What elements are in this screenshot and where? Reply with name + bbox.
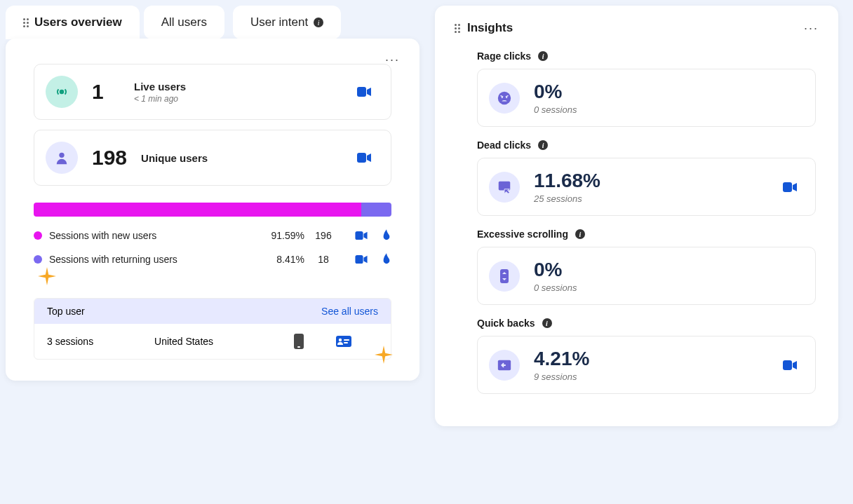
metric-rage-clicks: Rage clicks i 0% 0 sessions <box>477 50 816 127</box>
tabs: Users overview All users User intent i <box>6 6 419 39</box>
metric-sub: 0 sessions <box>534 104 797 115</box>
metric-quick-backs: Quick backs i 4.21% 9 sessions <box>477 318 816 394</box>
metric-excessive-scrolling: Excessive scrolling i 0% 0 sessions <box>477 229 816 305</box>
more-options-icon[interactable]: ··· <box>804 21 819 36</box>
legend-pct: 8.41% <box>262 254 304 265</box>
users-overview-card: ··· 1 Live users < 1 min ago <box>6 39 419 381</box>
svg-point-2 <box>59 153 64 158</box>
metric-title: Dead clicks <box>477 139 531 151</box>
camera-icon[interactable] <box>357 153 371 163</box>
legend-label: Sessions with new users <box>49 230 255 241</box>
sparkle-icon <box>38 267 56 285</box>
info-icon[interactable]: i <box>575 229 585 239</box>
svg-rect-5 <box>355 255 363 264</box>
legend-label: Sessions with returning users <box>49 254 255 265</box>
metric-title: Excessive scrolling <box>477 229 568 240</box>
svg-rect-11 <box>344 342 348 343</box>
svg-rect-8 <box>336 336 351 347</box>
svg-rect-1 <box>357 87 366 97</box>
metric-value: 0% <box>534 259 797 281</box>
svg-rect-4 <box>355 231 363 240</box>
legend-count: 196 <box>311 230 335 241</box>
svg-point-9 <box>339 339 342 341</box>
live-users-stat: 1 Live users < 1 min ago <box>34 64 391 120</box>
info-icon[interactable]: i <box>542 318 552 328</box>
more-options-icon[interactable]: ··· <box>385 53 400 67</box>
unique-value: 198 <box>92 146 127 170</box>
live-value: 1 <box>92 80 120 104</box>
insights-title: Insights <box>467 21 513 35</box>
live-label: Live users <box>134 81 343 93</box>
metric-title: Quick backs <box>477 318 535 329</box>
tab-label: User intent <box>250 15 308 29</box>
svg-rect-19 <box>783 360 792 370</box>
metric-sub: 0 sessions <box>534 282 797 293</box>
svg-rect-16 <box>783 182 792 192</box>
camera-icon[interactable] <box>783 360 797 370</box>
mobile-device-icon <box>294 334 336 349</box>
legend-count: 18 <box>311 254 335 265</box>
svg-rect-3 <box>357 153 366 163</box>
metric-value: 0% <box>534 81 797 103</box>
drag-handle-icon <box>23 18 29 27</box>
see-all-users-link[interactable]: See all users <box>321 306 378 317</box>
metric-dead-clicks: Dead clicks i 11.68% 25 sessions <box>477 139 816 216</box>
drag-handle-icon <box>455 24 460 33</box>
camera-icon[interactable] <box>355 255 368 264</box>
tab-label: All users <box>161 15 207 29</box>
tab-users-overview[interactable]: Users overview <box>6 6 140 39</box>
fire-icon[interactable] <box>382 229 391 242</box>
top-user-panel: Top user See all users 3 sessions United… <box>34 298 391 360</box>
top-user-row: 3 sessions United States <box>34 324 391 359</box>
legend-dot-icon <box>34 231 42 240</box>
svg-point-0 <box>60 90 63 93</box>
svg-rect-7 <box>297 346 300 348</box>
svg-rect-10 <box>344 339 349 341</box>
metric-value: 11.68% <box>534 170 769 192</box>
dead-click-cursor-icon <box>489 172 520 203</box>
user-icon <box>46 142 78 174</box>
legend-pct: 91.59% <box>262 230 304 241</box>
id-card-icon[interactable] <box>336 336 378 347</box>
top-user-country: United States <box>154 336 294 347</box>
metric-value: 4.21% <box>534 348 769 370</box>
metric-title: Rage clicks <box>477 50 531 62</box>
progress-segment-returning <box>361 203 391 217</box>
top-user-title: Top user <box>47 306 85 317</box>
camera-icon[interactable] <box>357 87 371 97</box>
svg-point-13 <box>502 96 503 97</box>
info-icon[interactable]: i <box>538 140 548 150</box>
unique-label: Unique users <box>141 152 343 164</box>
sparkle-icon <box>375 346 393 364</box>
svg-point-12 <box>498 91 511 104</box>
legend-new-users: Sessions with new users 91.59% 196 <box>34 229 391 242</box>
unique-users-stat: 198 Unique users <box>34 130 391 186</box>
svg-rect-17 <box>500 269 509 283</box>
progress-segment-new <box>34 203 361 217</box>
metric-sub: 9 sessions <box>534 372 769 382</box>
top-user-sessions: 3 sessions <box>47 336 154 347</box>
info-icon[interactable]: i <box>314 18 323 27</box>
svg-point-14 <box>506 96 507 97</box>
camera-icon[interactable] <box>355 231 368 240</box>
legend-returning-users: Sessions with returning users 8.41% 18 <box>34 253 391 266</box>
legend-dot-icon <box>34 255 42 264</box>
fire-icon[interactable] <box>382 253 391 266</box>
live-sub: < 1 min ago <box>134 94 343 104</box>
camera-icon[interactable] <box>783 182 797 192</box>
tab-all-users[interactable]: All users <box>144 6 224 39</box>
insights-card: ··· Insights Rage clicks i 0% 0 sess <box>435 6 838 426</box>
back-arrow-icon <box>489 350 520 381</box>
insights-header: Insights <box>452 20 816 43</box>
sessions-progress-bar <box>34 203 391 217</box>
info-icon[interactable]: i <box>538 51 548 61</box>
top-user-header: Top user See all users <box>34 299 391 324</box>
tab-user-intent[interactable]: User intent i <box>233 6 341 39</box>
rage-face-icon <box>489 83 520 114</box>
tab-label: Users overview <box>34 15 122 29</box>
metric-sub: 25 sessions <box>534 193 769 204</box>
scroll-icon <box>489 261 520 292</box>
live-icon <box>46 76 78 108</box>
